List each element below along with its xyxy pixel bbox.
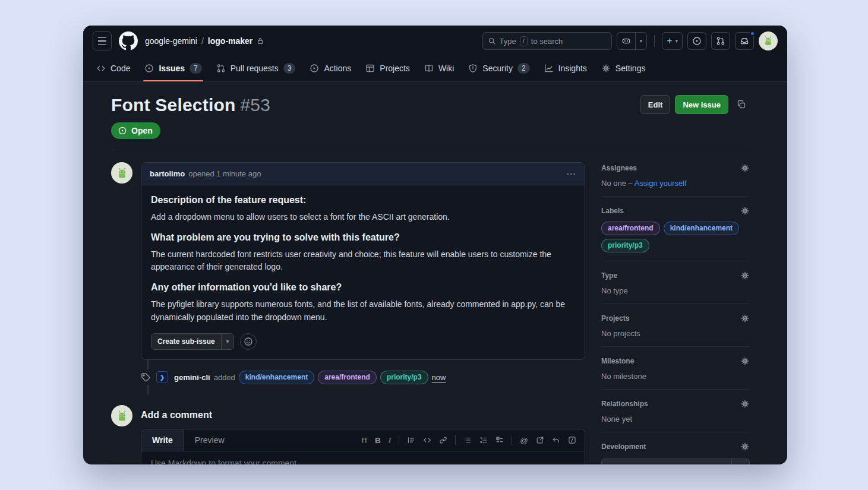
mention-icon[interactable]: @ [520, 436, 528, 445]
bot-avatar[interactable]: ❯ [156, 371, 168, 383]
label-kind-enhancement[interactable]: kind/enhancement [239, 371, 314, 384]
edit-button[interactable]: Edit [640, 95, 671, 114]
milestone-empty-text: No milestone [601, 372, 750, 381]
label-area-frontend[interactable]: area/frontend [601, 222, 660, 235]
tab-security[interactable]: Security 2 [462, 55, 535, 81]
copilot-button[interactable]: ▾ [617, 32, 648, 50]
formatting-toolbar: H B I [361, 435, 585, 445]
tab-actions[interactable]: Actions [304, 55, 357, 81]
tab-code[interactable]: Code [90, 55, 136, 81]
code-with-agent-mode-button[interactable]: Code with agent mode ▾ [601, 459, 750, 464]
tag-icon [141, 372, 150, 382]
cross-reference-icon[interactable] [536, 436, 544, 444]
quote-icon[interactable] [407, 436, 415, 444]
tab-write[interactable]: Write [141, 429, 184, 451]
tab-wiki[interactable]: Wiki [418, 55, 460, 81]
copilot-icon[interactable] [617, 33, 635, 49]
breadcrumb-repo-link[interactable]: logo-maker [208, 36, 264, 46]
plus-icon[interactable]: + ▾ [662, 33, 682, 49]
tab-settings[interactable]: Settings [595, 55, 652, 81]
toolbar-divider [455, 435, 456, 445]
search-placeholder-pre: Type [500, 37, 516, 46]
user-avatar[interactable] [759, 31, 778, 50]
issues-dashboard-button[interactable] [687, 32, 706, 50]
table-icon [365, 64, 375, 73]
event-action: added [214, 373, 235, 382]
notification-dot [750, 31, 755, 36]
projects-heading: Projects [601, 314, 629, 323]
play-icon [310, 64, 319, 73]
sidebar-section-milestone: Milestone No milestone [601, 355, 750, 390]
inbox-button[interactable] [735, 32, 754, 50]
hamburger-menu-button[interactable] [93, 31, 112, 50]
gear-icon[interactable] [740, 206, 750, 216]
labels-heading: Labels [601, 207, 624, 215]
repo-name: logo-maker [208, 36, 252, 46]
italic-icon[interactable]: I [389, 435, 392, 445]
create-sub-issue-caret[interactable]: ▾ [221, 334, 234, 349]
type-heading: Type [601, 271, 617, 280]
issue-sidebar: Assignees No one – Assign yourself Label… [601, 162, 750, 464]
tab-label: Issues [159, 64, 185, 73]
tab-label: Code [111, 64, 130, 73]
copy-icon[interactable] [733, 96, 750, 113]
create-new-button[interactable]: + ▾ [662, 32, 683, 50]
gear-icon[interactable] [740, 356, 750, 366]
gear-icon[interactable] [740, 399, 750, 409]
gear-icon[interactable] [740, 442, 750, 451]
slash-commands-icon[interactable] [568, 436, 576, 444]
tab-preview[interactable]: Preview [184, 429, 235, 451]
create-sub-issue-label[interactable]: Create sub-issue [151, 334, 221, 349]
label-kind-enhancement[interactable]: kind/enhancement [664, 222, 739, 235]
comment-author[interactable]: bartolimo [150, 169, 185, 178]
link-icon[interactable] [439, 436, 447, 444]
label-priority-p3[interactable]: priority/p3 [380, 371, 428, 384]
gear-icon[interactable] [740, 271, 750, 280]
ordered-list-icon[interactable] [479, 436, 488, 444]
sidebar-section-projects: Projects No projects [601, 312, 750, 347]
event-time-link[interactable]: now [432, 373, 446, 382]
sidebar-section-labels: Labels area/frontend kind/enhancement pr… [601, 205, 750, 261]
tab-label: Insights [558, 64, 587, 73]
saved-replies-icon[interactable] [552, 436, 560, 444]
task-list-icon[interactable] [495, 436, 504, 444]
agent-mode-caret[interactable]: ▾ [731, 459, 749, 464]
create-sub-issue-button[interactable]: Create sub-issue ▾ [151, 333, 234, 350]
assignees-empty-text: No one – [601, 179, 633, 188]
comment-textarea[interactable]: Use Markdown to format your comment [141, 451, 585, 464]
github-logo-icon[interactable] [119, 31, 138, 50]
agent-mode-label: Code with agent mode [632, 464, 714, 465]
gear-icon[interactable] [740, 314, 750, 323]
section-heading: Description of the feature request: [151, 195, 575, 206]
emoji-reaction-button[interactable] [240, 333, 257, 350]
kebab-menu-icon[interactable]: ⋯ [566, 168, 576, 179]
tab-insights[interactable]: Insights [538, 55, 593, 81]
section-body: The current hardcoded font restricts use… [151, 248, 575, 274]
author-avatar[interactable] [111, 162, 132, 184]
page-title: Font Selection#53 [111, 95, 270, 115]
heading-icon[interactable]: H [361, 435, 367, 445]
header-divider [654, 35, 655, 47]
security-count: 2 [517, 63, 530, 74]
label-priority-p3[interactable]: priority/p3 [601, 239, 649, 252]
search-input[interactable]: Type / to search [482, 32, 612, 50]
tab-projects[interactable]: Projects [359, 55, 416, 81]
breadcrumb-org-link[interactable]: google-gemini [145, 36, 197, 46]
bold-icon[interactable]: B [375, 436, 381, 445]
section-heading: What problem are you trying to solve wit… [151, 232, 575, 243]
tab-pull-requests[interactable]: Pull requests 3 [210, 55, 302, 81]
new-issue-button[interactable]: New issue [675, 95, 728, 114]
label-area-frontend[interactable]: area/frontend [318, 371, 377, 384]
header-content-divider [111, 150, 750, 150]
assignees-heading: Assignees [601, 164, 637, 172]
tab-issues[interactable]: Issues 7 [138, 55, 207, 81]
event-actor[interactable]: gemini-cli [174, 373, 210, 382]
assign-yourself-link[interactable]: Assign yourself [635, 179, 687, 188]
gear-icon[interactable] [740, 163, 750, 173]
timeline-connector [147, 360, 149, 369]
pull-requests-dashboard-button[interactable] [711, 32, 730, 50]
unordered-list-icon[interactable] [463, 436, 472, 444]
copilot-menu-caret[interactable]: ▾ [635, 33, 647, 49]
tab-label: Settings [616, 64, 646, 73]
code-icon[interactable] [423, 436, 431, 444]
